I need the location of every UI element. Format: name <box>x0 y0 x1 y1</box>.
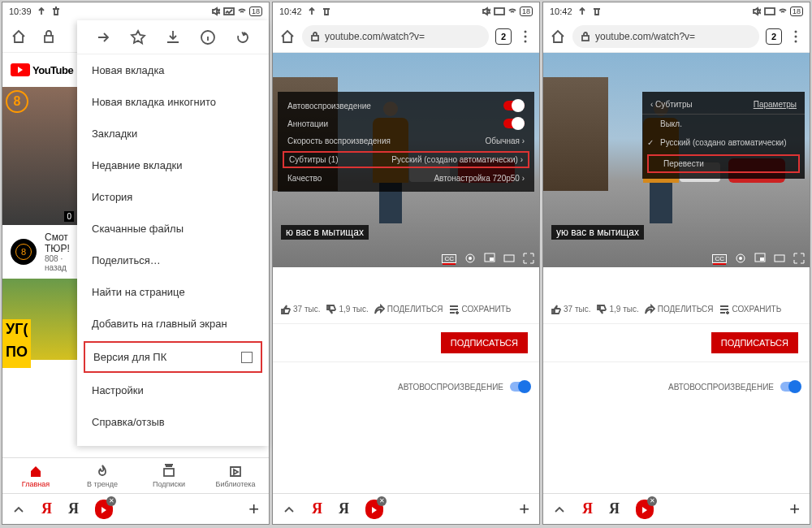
yandex-icon[interactable]: Я <box>41 500 52 517</box>
share-icon <box>644 304 655 315</box>
fullscreen-icon[interactable] <box>523 253 534 264</box>
nav-trending[interactable]: В тренде <box>69 458 136 493</box>
play-icon <box>102 507 106 513</box>
subtitle-translate[interactable]: Перевести <box>647 154 800 173</box>
setting-annotations[interactable]: Аннотации <box>278 115 534 132</box>
params-link[interactable]: Параметры <box>754 100 797 109</box>
info-icon[interactable] <box>200 29 216 45</box>
close-tab-icon[interactable]: ✕ <box>647 496 657 506</box>
url-bar[interactable]: youtube.com/watch?v= <box>302 25 489 48</box>
yandex-icon-gray[interactable]: Я <box>609 500 620 517</box>
like-button[interactable]: 37 тыс. <box>279 304 320 315</box>
chevron-up-icon[interactable] <box>283 503 296 516</box>
yandex-icon[interactable]: Я <box>312 500 322 517</box>
save-icon <box>448 304 460 315</box>
subtitle-russian[interactable]: Русский (создано автоматически) <box>642 133 805 152</box>
back-subtitles[interactable]: ‹ Субтитры <box>650 100 693 109</box>
status-notif-icons <box>37 6 61 16</box>
tab-count[interactable]: 2 <box>495 28 512 45</box>
download-icon[interactable] <box>165 29 181 45</box>
theater-icon[interactable] <box>503 253 515 264</box>
dislike-button[interactable]: 1,9 тыс. <box>595 304 638 315</box>
svg-rect-1 <box>45 36 53 42</box>
forward-icon[interactable] <box>95 29 111 45</box>
menu-settings[interactable]: Настройки <box>77 374 269 406</box>
dislike-button[interactable]: 1,9 тыс. <box>325 304 368 315</box>
save-button[interactable]: СОХРАНИТЬ <box>448 304 512 315</box>
menu-bookmarks[interactable]: Закладки <box>77 118 269 149</box>
active-tab-pill[interactable]: ✕ <box>636 500 654 519</box>
miniplayer-icon[interactable] <box>754 253 766 264</box>
more-icon[interactable] <box>518 29 533 44</box>
subscribe-button[interactable]: ПОДПИСАТЬСЯ <box>441 332 528 353</box>
lock-icon <box>581 32 590 41</box>
active-tab-pill[interactable]: ✕ <box>95 500 113 519</box>
setting-quality[interactable]: Качество Автонастройка 720p50 › <box>278 170 534 187</box>
miniplayer-icon[interactable] <box>484 253 495 264</box>
save-button[interactable]: СОХРАНИТЬ <box>719 304 782 315</box>
video-actions: 37 тыс. 1,9 тыс. ПОДЕЛИТЬСЯ СОХРАНИТЬ <box>543 295 810 324</box>
theater-icon[interactable] <box>774 253 785 264</box>
yandex-icon-gray[interactable]: Я <box>339 500 349 517</box>
reload-icon[interactable] <box>235 29 251 45</box>
tab-count[interactable]: 2 <box>766 28 782 45</box>
subtitle-off[interactable]: Выкл. <box>642 115 805 133</box>
menu-new-tab[interactable]: Новая вкладка <box>77 54 269 86</box>
setting-speed[interactable]: Скорость воспроизведения Обычная › <box>278 132 534 149</box>
close-tab-icon[interactable]: ✕ <box>106 496 116 506</box>
duration-badge: 0 <box>64 211 74 222</box>
subscribe-button[interactable]: ПОДПИСАТЬСЯ <box>711 332 798 353</box>
menu-history[interactable]: История <box>77 181 269 213</box>
star-icon[interactable] <box>130 29 146 45</box>
chevron-up-icon[interactable] <box>553 503 566 516</box>
setting-subtitles[interactable]: Субтитры (1) Русский (создано автоматиче… <box>283 151 529 168</box>
video-thumbnail[interactable]: 8 0 <box>2 87 77 225</box>
chevron-up-icon[interactable] <box>12 503 25 516</box>
yandex-icon-gray[interactable]: Я <box>68 500 79 517</box>
gear-icon[interactable] <box>464 253 476 264</box>
video-thumbnail-2[interactable]: УГ( ПО <box>2 279 77 360</box>
more-icon[interactable] <box>788 29 803 44</box>
autoplay-toggle[interactable] <box>510 382 529 392</box>
share-button[interactable]: ПОДЕЛИТЬСЯ <box>644 304 714 315</box>
menu-recent-tabs[interactable]: Недавние вкладки <box>77 149 269 181</box>
close-tab-icon[interactable]: ✕ <box>377 496 387 506</box>
menu-find[interactable]: Найти на странице <box>77 276 269 308</box>
like-button[interactable]: 37 тыс. <box>550 304 590 315</box>
svg-point-6 <box>525 30 527 32</box>
autoplay-toggle[interactable] <box>780 382 800 392</box>
new-tab-button[interactable]: + <box>519 499 529 520</box>
share-button[interactable]: ПОДЕЛИТЬСЯ <box>374 304 443 315</box>
cc-icon[interactable]: CC <box>712 254 727 263</box>
menu-incognito[interactable]: Новая вкладка инкогнито <box>77 86 269 118</box>
video-player[interactable]: ‹ Субтитры Параметры Выкл. Русский (созд… <box>543 53 810 267</box>
youtube-logo[interactable]: YouTube <box>11 63 73 76</box>
home-icon[interactable] <box>279 28 296 45</box>
nav-home[interactable]: Главная <box>2 458 69 493</box>
home-icon[interactable] <box>11 28 27 45</box>
menu-downloads[interactable]: Скачанные файлы <box>77 213 269 245</box>
home-icon[interactable] <box>550 28 566 45</box>
url-bar[interactable]: youtube.com/watch?v= <box>572 25 759 48</box>
new-tab-button[interactable]: + <box>248 499 259 520</box>
nav-library[interactable]: Библиотека <box>202 458 269 493</box>
fullscreen-icon[interactable] <box>793 253 805 264</box>
gear-icon[interactable] <box>735 253 746 264</box>
nav-subs[interactable]: Подписки <box>136 458 202 493</box>
active-tab-pill[interactable]: ✕ <box>365 500 383 519</box>
cc-icon[interactable]: CC <box>442 254 456 263</box>
setting-autoplay[interactable]: Автовоспроизведение <box>278 97 534 115</box>
toggle-on-icon[interactable] <box>503 101 525 110</box>
desktop-site-checkbox[interactable] <box>241 352 253 363</box>
video-player[interactable]: Автовоспроизведение Аннотации Скорость в… <box>273 53 539 267</box>
subtitles-submenu: ‹ Субтитры Параметры Выкл. Русский (созд… <box>642 92 805 179</box>
yandex-icon[interactable]: Я <box>582 500 593 517</box>
toggle-on-icon[interactable] <box>503 119 525 128</box>
menu-desktop-site[interactable]: Версия для ПК <box>84 341 262 373</box>
battery-level: 18 <box>520 6 533 16</box>
new-tab-button[interactable]: + <box>789 499 800 520</box>
channel-avatar[interactable]: 8 <box>11 239 37 265</box>
menu-help[interactable]: Справка/отзыв <box>77 406 269 438</box>
menu-add-homescreen[interactable]: Добавить на главный экран <box>77 308 269 340</box>
menu-share[interactable]: Поделиться… <box>77 245 269 276</box>
